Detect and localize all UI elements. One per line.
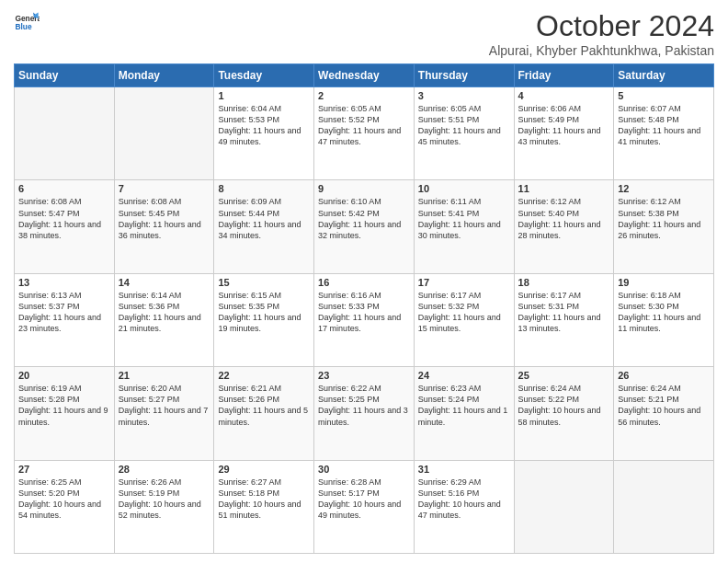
location: Alpurai, Khyber Pakhtunkhwa, Pakistan [489, 43, 714, 58]
calendar-week-row: 1Sunrise: 6:04 AM Sunset: 5:53 PM Daylig… [15, 87, 714, 180]
cell-info: Sunrise: 6:22 AM Sunset: 5:25 PM Dayligh… [318, 383, 410, 428]
day-number: 21 [119, 370, 210, 381]
day-number: 31 [418, 464, 510, 475]
cell-info: Sunrise: 6:04 AM Sunset: 5:53 PM Dayligh… [218, 103, 310, 148]
day-of-week-header: Thursday [414, 64, 514, 87]
calendar-cell: 3Sunrise: 6:05 AM Sunset: 5:51 PM Daylig… [414, 87, 514, 180]
cell-info: Sunrise: 6:28 AM Sunset: 5:17 PM Dayligh… [318, 477, 410, 522]
cell-info: Sunrise: 6:17 AM Sunset: 5:31 PM Dayligh… [518, 290, 610, 335]
calendar-week-row: 13Sunrise: 6:13 AM Sunset: 5:37 PM Dayli… [15, 273, 714, 366]
cell-info: Sunrise: 6:10 AM Sunset: 5:42 PM Dayligh… [318, 196, 410, 241]
day-number: 25 [518, 370, 610, 381]
cell-info: Sunrise: 6:08 AM Sunset: 5:45 PM Dayligh… [119, 196, 210, 241]
calendar-cell: 12Sunrise: 6:12 AM Sunset: 5:38 PM Dayli… [614, 180, 714, 273]
cell-info: Sunrise: 6:14 AM Sunset: 5:36 PM Dayligh… [119, 290, 210, 335]
day-number: 22 [218, 370, 310, 381]
month-title: October 2024 [489, 9, 714, 43]
calendar-cell: 1Sunrise: 6:04 AM Sunset: 5:53 PM Daylig… [214, 87, 314, 180]
calendar-cell: 14Sunrise: 6:14 AM Sunset: 5:36 PM Dayli… [114, 273, 214, 366]
calendar-cell: 7Sunrise: 6:08 AM Sunset: 5:45 PM Daylig… [114, 180, 214, 273]
calendar-cell: 21Sunrise: 6:20 AM Sunset: 5:27 PM Dayli… [114, 367, 214, 460]
day-number: 26 [618, 370, 710, 381]
cell-info: Sunrise: 6:24 AM Sunset: 5:22 PM Dayligh… [518, 383, 610, 428]
cell-info: Sunrise: 6:26 AM Sunset: 5:19 PM Dayligh… [119, 477, 210, 522]
cell-info: Sunrise: 6:21 AM Sunset: 5:26 PM Dayligh… [218, 383, 310, 428]
day-number: 6 [18, 183, 110, 194]
day-number: 3 [418, 90, 510, 101]
title-block: October 2024 Alpurai, Khyber Pakhtunkhwa… [489, 9, 714, 58]
cell-info: Sunrise: 6:09 AM Sunset: 5:44 PM Dayligh… [218, 196, 310, 241]
calendar-cell [15, 87, 115, 180]
day-number: 10 [418, 183, 510, 194]
day-number: 30 [318, 464, 410, 475]
cell-info: Sunrise: 6:23 AM Sunset: 5:24 PM Dayligh… [418, 383, 510, 428]
calendar-cell: 22Sunrise: 6:21 AM Sunset: 5:26 PM Dayli… [214, 367, 314, 460]
cell-info: Sunrise: 6:05 AM Sunset: 5:52 PM Dayligh… [318, 103, 410, 148]
day-number: 9 [318, 183, 410, 194]
calendar-cell: 29Sunrise: 6:27 AM Sunset: 5:18 PM Dayli… [214, 460, 314, 553]
day-number: 19 [618, 277, 710, 288]
day-number: 12 [618, 183, 710, 194]
cell-info: Sunrise: 6:16 AM Sunset: 5:33 PM Dayligh… [318, 290, 410, 335]
day-of-week-header: Wednesday [314, 64, 415, 87]
calendar-cell: 18Sunrise: 6:17 AM Sunset: 5:31 PM Dayli… [514, 273, 614, 366]
page-header: General Blue October 2024 Alpurai, Khybe… [14, 9, 714, 58]
day-of-week-header: Sunday [15, 64, 115, 87]
calendar-cell: 17Sunrise: 6:17 AM Sunset: 5:32 PM Dayli… [414, 273, 514, 366]
calendar-cell: 11Sunrise: 6:12 AM Sunset: 5:40 PM Dayli… [514, 180, 614, 273]
day-number: 8 [218, 183, 310, 194]
day-number: 11 [518, 183, 610, 194]
day-number: 17 [418, 277, 510, 288]
cell-info: Sunrise: 6:27 AM Sunset: 5:18 PM Dayligh… [218, 477, 310, 522]
cell-info: Sunrise: 6:24 AM Sunset: 5:21 PM Dayligh… [618, 383, 710, 428]
calendar-cell: 27Sunrise: 6:25 AM Sunset: 5:20 PM Dayli… [15, 460, 115, 553]
cell-info: Sunrise: 6:29 AM Sunset: 5:16 PM Dayligh… [418, 477, 510, 522]
day-number: 4 [518, 90, 610, 101]
day-of-week-header: Saturday [614, 64, 714, 87]
day-number: 18 [518, 277, 610, 288]
day-number: 1 [218, 90, 310, 101]
day-of-week-header: Monday [114, 64, 214, 87]
cell-info: Sunrise: 6:15 AM Sunset: 5:35 PM Dayligh… [218, 290, 310, 335]
cell-info: Sunrise: 6:17 AM Sunset: 5:32 PM Dayligh… [418, 290, 510, 335]
calendar-cell: 16Sunrise: 6:16 AM Sunset: 5:33 PM Dayli… [314, 273, 415, 366]
calendar-cell: 26Sunrise: 6:24 AM Sunset: 5:21 PM Dayli… [614, 367, 714, 460]
calendar-cell: 24Sunrise: 6:23 AM Sunset: 5:24 PM Dayli… [414, 367, 514, 460]
calendar-cell [614, 460, 714, 553]
calendar-cell: 25Sunrise: 6:24 AM Sunset: 5:22 PM Dayli… [514, 367, 614, 460]
cell-info: Sunrise: 6:07 AM Sunset: 5:48 PM Dayligh… [618, 103, 710, 148]
calendar-week-row: 20Sunrise: 6:19 AM Sunset: 5:28 PM Dayli… [15, 367, 714, 460]
cell-info: Sunrise: 6:19 AM Sunset: 5:28 PM Dayligh… [18, 383, 110, 428]
calendar-cell: 10Sunrise: 6:11 AM Sunset: 5:41 PM Dayli… [414, 180, 514, 273]
calendar-cell [114, 87, 214, 180]
day-number: 24 [418, 370, 510, 381]
calendar-cell: 31Sunrise: 6:29 AM Sunset: 5:16 PM Dayli… [414, 460, 514, 553]
cell-info: Sunrise: 6:13 AM Sunset: 5:37 PM Dayligh… [18, 290, 110, 335]
calendar-week-row: 6Sunrise: 6:08 AM Sunset: 5:47 PM Daylig… [15, 180, 714, 273]
cell-info: Sunrise: 6:25 AM Sunset: 5:20 PM Dayligh… [18, 477, 110, 522]
cell-info: Sunrise: 6:12 AM Sunset: 5:38 PM Dayligh… [618, 196, 710, 241]
day-number: 29 [218, 464, 310, 475]
day-number: 7 [119, 183, 210, 194]
day-number: 13 [18, 277, 110, 288]
day-number: 14 [119, 277, 210, 288]
calendar-cell: 4Sunrise: 6:06 AM Sunset: 5:49 PM Daylig… [514, 87, 614, 180]
calendar-cell: 5Sunrise: 6:07 AM Sunset: 5:48 PM Daylig… [614, 87, 714, 180]
calendar-page: General Blue October 2024 Alpurai, Khybe… [0, 0, 728, 563]
day-of-week-header: Tuesday [214, 64, 314, 87]
day-number: 5 [618, 90, 710, 101]
calendar-cell: 19Sunrise: 6:18 AM Sunset: 5:30 PM Dayli… [614, 273, 714, 366]
cell-info: Sunrise: 6:18 AM Sunset: 5:30 PM Dayligh… [618, 290, 710, 335]
calendar-cell: 30Sunrise: 6:28 AM Sunset: 5:17 PM Dayli… [314, 460, 415, 553]
calendar-table: SundayMondayTuesdayWednesdayThursdayFrid… [14, 63, 714, 554]
day-number: 28 [119, 464, 210, 475]
day-number: 15 [218, 277, 310, 288]
day-number: 2 [318, 90, 410, 101]
calendar-cell: 2Sunrise: 6:05 AM Sunset: 5:52 PM Daylig… [314, 87, 415, 180]
day-of-week-header: Friday [514, 64, 614, 87]
calendar-week-row: 27Sunrise: 6:25 AM Sunset: 5:20 PM Dayli… [15, 460, 714, 553]
logo: General Blue [14, 9, 40, 35]
cell-info: Sunrise: 6:20 AM Sunset: 5:27 PM Dayligh… [119, 383, 210, 428]
cell-info: Sunrise: 6:05 AM Sunset: 5:51 PM Dayligh… [418, 103, 510, 148]
day-number: 20 [18, 370, 110, 381]
